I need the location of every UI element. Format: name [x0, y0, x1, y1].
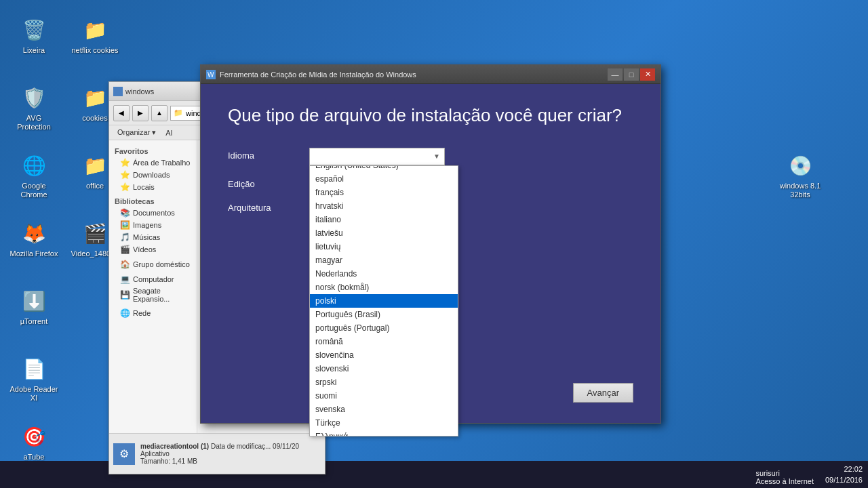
fe-sidebar-musicas[interactable]: 🎵 Músicas: [109, 231, 197, 243]
dialog-content: Que tipo de arquivo de instalação você q…: [201, 84, 660, 226]
dropdown-item[interactable]: svenska: [310, 403, 458, 416]
edicao-label: Edição: [228, 176, 296, 189]
fe-back-button[interactable]: ◀: [113, 105, 130, 121]
dropdown-item[interactable]: română: [310, 335, 458, 348]
language-dropdown-header[interactable]: ▼: [309, 148, 445, 165]
taskbar-user: surisuri Acesso à Internet: [755, 469, 814, 485]
dialog-controls: — □ ✕: [608, 68, 655, 81]
fe-homegroup-icon: 🏠: [120, 260, 130, 269]
dropdown-item[interactable]: suomi: [310, 389, 458, 403]
dialog-maximize-button[interactable]: □: [624, 68, 639, 81]
desktop-icon-trash[interactable]: 🗑️ Lixeira: [7, 14, 61, 58]
fe-drive-icon: 💾: [120, 290, 130, 300]
fe-docs-label: Documentos: [133, 209, 175, 217]
desktop-icon-avg[interactable]: 🛡️ AVG Protection: [7, 81, 61, 134]
atube-icon: 🎯: [20, 423, 47, 450]
language-dropdown-list[interactable]: češtinadanskDeutscheestiEnglish (United …: [309, 165, 458, 436]
fe-sidebar-network[interactable]: 🌐 Rede: [109, 307, 197, 319]
chrome-icon: 🌐: [20, 152, 47, 179]
desktop-icon-windows81[interactable]: 💿 windows 8.1 32bits: [773, 149, 827, 202]
dropdown-arrow-icon: ▼: [433, 152, 440, 160]
fe-sidebar-desktop[interactable]: ⭐ Área de Trabalho: [109, 157, 197, 169]
windows81-icon: 💿: [787, 152, 814, 179]
dropdown-item[interactable]: français: [310, 186, 458, 199]
fe-statusbar: ⚙ mediacreationtool (1) Data de modifica…: [109, 433, 325, 474]
cookies-label: cookies: [82, 114, 107, 123]
dropdown-item[interactable]: Türkçe: [310, 416, 458, 430]
dropdown-item[interactable]: polski: [310, 294, 458, 308]
fe-homegroup-label: Grupo doméstico: [133, 260, 190, 268]
dialog-close-button[interactable]: ✕: [640, 68, 655, 81]
utorrent-icon: ⬇️: [20, 287, 47, 314]
adobe-label: Adobe Reader XI: [9, 385, 58, 403]
video-icon: 🎬: [81, 220, 108, 247]
fe-sidebar-locais[interactable]: ⭐ Locais: [109, 181, 197, 193]
fe-libraries-section: Bibliotecas 📚 Documentos 🖼️ Imagens 🎵 Mú…: [109, 195, 197, 257]
fe-status-info: mediacreationtool (1) Data de modificaç.…: [140, 443, 299, 465]
desktop-icon-firefox[interactable]: 🦊 Mozilla Firefox: [7, 217, 61, 261]
fe-videos-icon: 🎬: [120, 245, 130, 254]
fe-address-folder-icon: 📁: [174, 108, 183, 117]
dropdown-item[interactable]: srpski: [310, 375, 458, 389]
fe-status-size-label: Tamanho:: [140, 458, 170, 465]
firefox-label: Mozilla Firefox: [10, 249, 58, 258]
office-icon: 📁: [81, 152, 108, 179]
language-dropdown[interactable]: ▼ češtinadanskDeutscheestiEnglish (Unite…: [309, 148, 445, 165]
fe-computer-icon: 💻: [120, 274, 130, 284]
fe-computer-section: 💻 Computador 💾 Seagate Expansio...: [109, 272, 197, 306]
fe-title-text: windows: [125, 87, 154, 96]
fe-sidebar-imagens[interactable]: 🖼️ Imagens: [109, 219, 197, 231]
fe-sidebar-downloads[interactable]: ⭐ Downloads: [109, 169, 197, 181]
fe-up-button[interactable]: ▲: [151, 105, 167, 121]
fe-sidebar-seagate[interactable]: 💾 Seagate Expansio...: [109, 285, 197, 304]
fe-network-icon: 🌐: [120, 308, 130, 318]
avg-icon: 🛡️: [20, 84, 47, 111]
dropdown-item[interactable]: lietuvių: [310, 240, 458, 253]
desktop-icon-adobe[interactable]: 📄 Adobe Reader XI: [7, 352, 61, 405]
fe-menu-organize[interactable]: Organizar ▾: [113, 127, 160, 138]
avancar-button[interactable]: Avançar: [573, 383, 633, 403]
dropdown-item[interactable]: slovenčina: [310, 348, 458, 362]
office-label: office: [86, 182, 104, 190]
fe-status-size: 1,41 MB: [172, 458, 197, 465]
svg-text:W: W: [208, 71, 214, 79]
fe-sidebar-homegroup[interactable]: 🏠 Grupo doméstico: [109, 258, 197, 270]
fe-menu-al[interactable]: Al: [161, 127, 176, 138]
dialog-form: Idioma ▼ češtinadanskDeutscheestiEnglish…: [228, 148, 633, 213]
fe-locais-icon: ⭐: [120, 182, 130, 192]
dropdown-item[interactable]: magyar: [310, 253, 458, 267]
dialog-title-icon: W: [206, 70, 216, 79]
dropdown-item[interactable]: italiano: [310, 213, 458, 226]
fe-music-label: Músicas: [133, 233, 160, 241]
fe-sidebar-computer[interactable]: 💻 Computador: [109, 273, 197, 285]
fe-favorites-header: Favoritos: [109, 146, 197, 157]
fe-libraries-header: Bibliotecas: [109, 196, 197, 207]
fe-status-file-icon: ⚙: [113, 443, 135, 465]
clock-time: 22:02: [825, 464, 863, 474]
dropdown-item[interactable]: slovenski: [310, 362, 458, 375]
dialog-title-text: Ferramenta de Criação de Mídia de Instal…: [220, 70, 416, 79]
desktop-icon-netflix[interactable]: 📁 netflix cookies: [68, 14, 122, 58]
dropdown-item[interactable]: Português (Brasil): [310, 308, 458, 321]
dropdown-item[interactable]: latviešu: [310, 226, 458, 240]
dropdown-item[interactable]: norsk (bokmål): [310, 281, 458, 294]
dropdown-item[interactable]: Nederlands: [310, 267, 458, 281]
fe-title: windows: [113, 87, 154, 96]
desktop-icon-utorrent[interactable]: ⬇️ µTorrent: [7, 285, 61, 329]
fe-sidebar-documentos[interactable]: 📚 Documentos: [109, 207, 197, 219]
dropdown-item[interactable]: English (United States): [310, 165, 458, 172]
fe-downloads-label: Downloads: [133, 171, 170, 179]
fe-computer-label: Computador: [133, 275, 174, 283]
dialog-minimize-button[interactable]: —: [608, 68, 623, 81]
dropdown-item[interactable]: hrvatski: [310, 199, 458, 213]
fe-forward-button[interactable]: ▶: [132, 105, 149, 121]
dropdown-item[interactable]: español: [310, 172, 458, 186]
fe-music-icon: 🎵: [120, 232, 130, 242]
trash-label: Lixeira: [23, 46, 45, 55]
fe-sidebar-videos[interactable]: 🎬 Vídeos: [109, 243, 197, 256]
fe-images-icon: 🖼️: [120, 220, 130, 230]
windows81-label: windows 8.1 32bits: [776, 182, 825, 199]
dropdown-item[interactable]: português (Portugal): [310, 321, 458, 335]
dropdown-item[interactable]: Ελληνικά: [310, 430, 458, 436]
desktop-icon-chrome[interactable]: 🌐 Google Chrome: [7, 149, 61, 202]
